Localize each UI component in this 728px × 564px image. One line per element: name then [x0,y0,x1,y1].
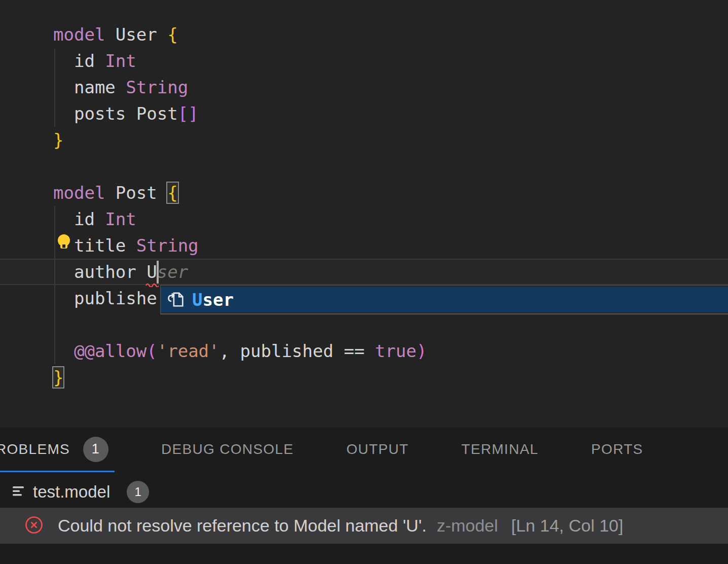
bottom-panel: PROBLEMS 1 DEBUG CONSOLE OUTPUT TERMINAL… [0,428,728,564]
code-line: } [53,364,427,391]
tab-output[interactable]: OUTPUT [340,428,415,472]
problems-count-badge: 1 [83,437,108,462]
error-squiggle [145,280,159,289]
tab-terminal-label: TERMINAL [461,441,538,457]
panel-tab-bar: PROBLEMS 1 DEBUG CONSOLE OUTPUT TERMINAL… [0,428,649,472]
file-problems-count-badge: 1 [127,481,149,503]
code-line: author User [53,259,427,285]
code-line: posts Post[] [53,100,427,127]
tab-terminal[interactable]: TERMINAL [455,428,544,472]
code-line [53,311,427,338]
error-icon [24,515,44,537]
problems-file-name: test.model [33,482,110,502]
problems-file-group[interactable]: test.model 1 [0,477,728,507]
code-line: name String [53,74,427,100]
suggest-widget: User [160,285,728,314]
problem-message: Could not resolve reference to Model nam… [58,516,426,536]
tab-debug-console[interactable]: DEBUG CONSOLE [155,428,300,472]
code-line: } [53,127,427,153]
code-line: title String [53,232,427,259]
suggestion-item-user[interactable]: User [161,287,728,312]
code-lines: model User { id Int name String posts Po… [53,21,427,391]
problem-row[interactable]: Could not resolve reference to Model nam… [0,508,728,544]
list-icon [13,486,24,499]
code-line: model Post { [53,180,427,206]
tab-output-label: OUTPUT [346,441,409,457]
suggestion-label: User [192,290,234,310]
lightbulb-icon[interactable] [56,234,74,256]
tab-problems[interactable]: PROBLEMS 1 [0,428,115,472]
problem-location: [Ln 14, Col 10] [511,516,623,536]
code-line: @@allow('read', published == true) [53,338,427,364]
problem-source: z-model [436,516,498,536]
code-line: id Int [53,48,427,74]
code-line: model User { [53,21,427,48]
tab-ports-label: PORTS [591,441,643,457]
code-editor[interactable]: model User { id Int name String posts Po… [0,0,728,428]
reference-icon [166,289,185,310]
tab-problems-label: PROBLEMS [0,441,70,457]
tab-ports[interactable]: PORTS [585,428,649,472]
code-line [53,153,427,180]
tab-debug-console-label: DEBUG CONSOLE [161,441,294,457]
code-line: id Int [53,206,427,232]
